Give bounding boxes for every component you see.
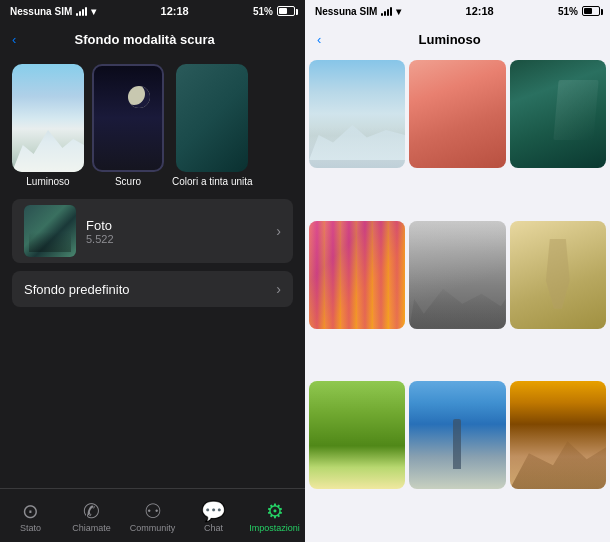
default-bg-row[interactable]: Sfondo predefinito ›	[12, 271, 293, 307]
mountain-shape	[12, 112, 84, 172]
left-wallpaper-options: Luminoso Scuro Colori a tinta unita	[0, 56, 305, 195]
photos-chevron-icon: ›	[276, 223, 281, 239]
tab-community-label: Community	[130, 523, 176, 533]
wallpaper-label-luminoso: Luminoso	[26, 176, 69, 187]
right-wifi-icon: ▾	[396, 6, 401, 17]
right-panel: Nessuna SIM ▾ 12:18 51% ‹ Luminoso	[305, 0, 610, 542]
right-status-bar: Nessuna SIM ▾ 12:18 51%	[305, 0, 610, 22]
left-status-right: 51%	[253, 6, 295, 17]
default-bg-chevron-icon: ›	[276, 281, 281, 297]
wallpaper-grid-item-1[interactable]	[309, 60, 405, 168]
photos-title: Foto	[86, 218, 276, 233]
tab-chiamate-label: Chiamate	[72, 523, 111, 533]
photos-info: Foto 5.522	[76, 218, 276, 245]
tab-chiamate[interactable]: ✆ Chiamate	[61, 501, 122, 533]
tab-chat-label: Chat	[204, 523, 223, 533]
left-carrier: Nessuna SIM	[10, 6, 72, 17]
wallpaper-option-luminoso[interactable]: Luminoso	[12, 64, 84, 187]
tab-impostazioni-icon: ⚙	[266, 501, 284, 521]
moon-shape	[128, 86, 150, 108]
right-signal-icon	[381, 6, 392, 16]
photos-row[interactable]: Foto 5.522 ›	[12, 199, 293, 263]
wallpaper-grid-item-6[interactable]	[510, 221, 606, 329]
right-carrier: Nessuna SIM	[315, 6, 377, 17]
left-status-left: Nessuna SIM ▾	[10, 6, 96, 17]
wallpaper-option-scuro[interactable]: Scuro	[92, 64, 164, 187]
tab-impostazioni[interactable]: ⚙ Impostazioni	[244, 501, 305, 533]
wallpaper-grid-item-9[interactable]	[510, 381, 606, 489]
wallpaper-grid-item-7[interactable]	[309, 381, 405, 489]
tab-stato[interactable]: ⊙ Stato	[0, 501, 61, 533]
tab-community-icon: ⚇	[144, 501, 162, 521]
right-time: 12:18	[466, 5, 494, 17]
wallpaper-grid-item-8[interactable]	[409, 381, 505, 489]
photos-count: 5.522	[86, 233, 276, 245]
right-status-right: 51%	[558, 6, 600, 17]
right-battery-icon	[582, 6, 600, 16]
right-battery-pct: 51%	[558, 6, 578, 17]
wallpaper-label-tinta: Colori a tinta unita	[172, 176, 253, 187]
tab-chat[interactable]: 💬 Chat	[183, 501, 244, 533]
wallpaper-label-scuro: Scuro	[115, 176, 141, 187]
tab-chat-icon: 💬	[201, 501, 226, 521]
right-status-left: Nessuna SIM ▾	[315, 6, 401, 17]
photos-mini-preview	[24, 205, 76, 257]
left-signal-icon	[76, 6, 87, 16]
left-tab-bar: ⊙ Stato ✆ Chiamate ⚇ Community 💬 Chat ⚙ …	[0, 488, 305, 542]
wallpaper-thumb-luminoso	[12, 64, 84, 172]
left-status-bar: Nessuna SIM ▾ 12:18 51%	[0, 0, 305, 22]
left-panel: Nessuna SIM ▾ 12:18 51% ‹ Sfondo modalit…	[0, 0, 305, 542]
tab-impostazioni-label: Impostazioni	[249, 523, 300, 533]
default-bg-label: Sfondo predefinito	[24, 282, 276, 297]
wallpaper-thumb-tinta	[176, 64, 248, 172]
wallpaper-grid	[305, 56, 610, 542]
left-nav-title: Sfondo modalità scura	[16, 32, 273, 47]
tab-chiamate-icon: ✆	[83, 501, 100, 521]
left-time: 12:18	[161, 5, 189, 17]
tab-stato-icon: ⊙	[22, 501, 39, 521]
left-battery-pct: 51%	[253, 6, 273, 17]
left-battery-icon	[277, 6, 295, 16]
wallpaper-grid-item-2[interactable]	[409, 60, 505, 168]
right-nav-bar: ‹ Luminoso	[305, 22, 610, 56]
wallpaper-grid-item-4[interactable]	[309, 221, 405, 329]
right-nav-title: Luminoso	[321, 32, 578, 47]
wallpaper-thumb-scuro	[92, 64, 164, 172]
wallpaper-option-tinta[interactable]: Colori a tinta unita	[172, 64, 253, 187]
wallpaper-grid-item-3[interactable]	[510, 60, 606, 168]
tab-stato-label: Stato	[20, 523, 41, 533]
tab-community[interactable]: ⚇ Community	[122, 501, 183, 533]
photos-thumbnail	[24, 205, 76, 257]
wallpaper-grid-item-5[interactable]	[409, 221, 505, 329]
left-wifi-icon: ▾	[91, 6, 96, 17]
left-nav-bar: ‹ Sfondo modalità scura	[0, 22, 305, 56]
